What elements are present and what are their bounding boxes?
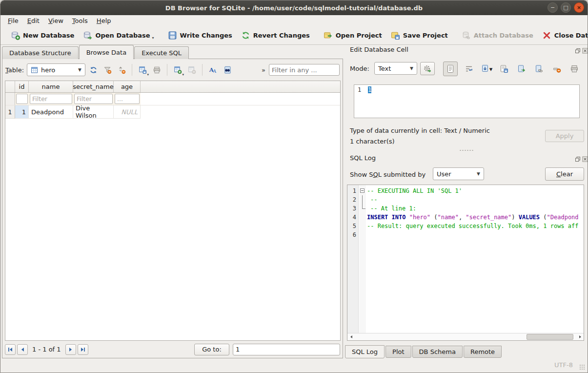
resize-grip[interactable] <box>579 364 586 371</box>
filter-any-input[interactable] <box>269 64 340 76</box>
clear-filters-button[interactable] <box>101 63 114 76</box>
log-line: -- At line 1: <box>367 204 584 213</box>
save-project-icon <box>391 31 400 40</box>
cell-editor[interactable]: 1 1 <box>354 84 580 118</box>
dock-tab-db-schema[interactable]: DB Schema <box>412 346 463 358</box>
filter-row-gutter <box>5 93 15 105</box>
dock-float-button[interactable] <box>574 47 581 54</box>
text-mode-button[interactable] <box>443 62 458 76</box>
import-data-button[interactable]: ▾ <box>480 62 493 75</box>
sql-log-filter-value: User <box>437 170 451 178</box>
toolbar-overflow-chevron[interactable]: » <box>260 66 267 74</box>
dock-tab-remote[interactable]: Remote <box>464 346 502 358</box>
cell-name[interactable]: Deadpond <box>29 105 73 119</box>
print-cell-button[interactable] <box>568 62 581 75</box>
column-header-name[interactable]: name <box>29 81 73 92</box>
tab-database-structure[interactable]: Database Structure <box>2 46 79 59</box>
log-text-plain: , <box>459 214 466 221</box>
export-data-button[interactable] <box>498 62 510 75</box>
find-button[interactable] <box>221 63 233 76</box>
clear-sorting-button[interactable] <box>115 63 128 76</box>
menu-item-view[interactable]: View <box>44 16 68 26</box>
previous-record-button[interactable] <box>17 344 28 355</box>
column-header-id[interactable]: id <box>15 81 29 92</box>
save-as-button[interactable] <box>515 62 528 75</box>
new-record-button[interactable]: ▾ <box>171 63 184 76</box>
log-line <box>367 230 584 239</box>
close-database-button[interactable]: Close Database <box>538 29 588 42</box>
open-project-button[interactable]: Open Project <box>319 29 386 42</box>
dock-splitter-handle[interactable] <box>459 149 474 151</box>
column-header-age[interactable]: age <box>114 81 141 92</box>
clear-log-button[interactable]: Clear <box>545 167 584 181</box>
filter-input-id[interactable] <box>16 94 28 104</box>
maximize-button[interactable]: □ <box>561 2 571 13</box>
next-record-button[interactable] <box>65 344 76 355</box>
scroll-left-button[interactable] <box>347 333 355 340</box>
log-keyword: INSERT INTO <box>367 214 406 221</box>
revert-changes-button[interactable]: Revert Changes <box>237 29 314 42</box>
set-null-button[interactable] <box>550 62 563 75</box>
log-line: -- EXECUTING ALL IN 'SQL 1' <box>367 186 584 195</box>
table-selector[interactable]: hero ▼ <box>27 63 85 76</box>
dock-close-button[interactable] <box>582 47 588 54</box>
first-record-button[interactable] <box>5 344 16 355</box>
log-text-plain: ( <box>430 214 437 221</box>
attach-database-button[interactable]: Attach Database <box>457 29 538 42</box>
chevron-down-icon: ▼ <box>78 67 81 72</box>
cell-secret-name[interactable]: Dive Wilson <box>73 105 114 119</box>
delete-record-button[interactable] <box>185 63 198 76</box>
menu-item-help[interactable]: Help <box>92 16 116 26</box>
refresh-button[interactable] <box>87 63 100 76</box>
filter-input-age[interactable] <box>115 94 140 104</box>
goto-input[interactable] <box>233 344 340 355</box>
new-database-button[interactable]: New Database <box>6 29 79 42</box>
auto-apply-button[interactable] <box>420 62 435 75</box>
sql-log-view[interactable]: 123456 -- EXECUTING ALL IN 'SQL 1'---- A… <box>347 185 584 341</box>
menu-item-file[interactable]: File <box>3 16 23 26</box>
tab-execute-sql[interactable]: Execute SQL <box>134 46 189 59</box>
filter-input-name[interactable] <box>30 94 72 104</box>
last-record-button[interactable] <box>78 344 88 355</box>
print-button[interactable] <box>150 63 163 76</box>
menu-item-edit[interactable]: Edit <box>23 16 44 26</box>
column-header-secret-name[interactable]: secret_name <box>73 81 114 92</box>
open-in-app-button[interactable] <box>533 62 546 75</box>
cell-type-info: Type of data currently in cell: Text / N… <box>350 127 490 134</box>
save-results-button[interactable]: ▾ <box>136 63 149 76</box>
sql-log-filter-label: Show SQL submitted by <box>350 171 426 178</box>
font-settings-button[interactable]: AA <box>206 63 219 76</box>
cell-age[interactable]: NULL <box>114 105 141 119</box>
scroll-right-button[interactable] <box>576 333 584 340</box>
row-number[interactable]: 1 <box>5 105 15 119</box>
word-wrap-button[interactable] <box>463 62 475 75</box>
log-fold-margin[interactable] <box>359 185 366 333</box>
apply-button[interactable]: Apply <box>545 130 584 142</box>
write-changes-button[interactable]: Write Changes <box>163 29 237 42</box>
scrollbar-thumb[interactable] <box>527 334 573 340</box>
cell-editor-line-number: 1 <box>354 85 367 118</box>
log-line-number: 4 <box>347 213 356 222</box>
minimize-button[interactable]: − <box>547 2 558 13</box>
save-project-label: Save Project <box>403 32 448 39</box>
cell-id[interactable]: 1 <box>15 105 29 119</box>
open-database-button[interactable]: Open Database ▾ <box>79 29 158 42</box>
dock-close-button[interactable] <box>582 156 588 162</box>
tab-browse-data[interactable]: Browse Data <box>79 45 134 59</box>
fold-collapse-icon[interactable] <box>360 188 365 193</box>
open-database-dropdown-icon[interactable]: ▾ <box>152 36 154 40</box>
main-tab-bar: Database StructureBrowse DataExecute SQL <box>2 45 189 59</box>
close-button[interactable]: × <box>574 2 584 13</box>
save-project-button[interactable]: Save Project <box>386 29 452 42</box>
goto-button[interactable]: Go to: <box>194 344 229 355</box>
log-horizontal-scrollbar[interactable] <box>347 333 584 340</box>
filter-input-secret-name[interactable] <box>74 94 113 104</box>
mode-selector[interactable]: Text ▼ <box>374 62 417 75</box>
sql-log-filter-selector[interactable]: User ▼ <box>433 167 484 180</box>
menu-item-tools[interactable]: Tools <box>68 16 92 26</box>
dock-tab-plot[interactable]: Plot <box>385 346 411 358</box>
record-range-label: 1 - 1 of 1 <box>32 346 61 353</box>
dock-float-button[interactable] <box>574 156 581 162</box>
title-bar[interactable]: DB Browser for SQLite - /home/user/code/… <box>0 0 588 15</box>
dock-tab-sql-log[interactable]: SQL Log <box>345 345 385 358</box>
